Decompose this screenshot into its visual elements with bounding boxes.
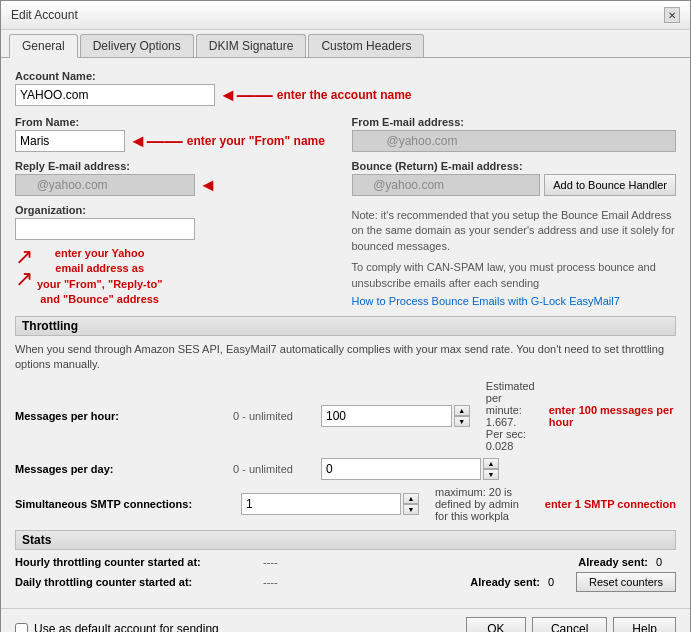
arrow-icon-3: ◄ (199, 175, 217, 196)
messages-per-hour-down[interactable]: ▼ (454, 416, 470, 427)
daily-label: Daily throttling counter started at: (15, 576, 255, 588)
arrow-icon-5: ↗ (15, 246, 33, 268)
messages-per-hour-info: Estimated per minute: 1.667. Per sec: 0.… (486, 380, 535, 452)
arrow-icon-6: ↗ (15, 268, 33, 290)
tab-delivery-options[interactable]: Delivery Options (80, 34, 194, 57)
notes-section: Note: it's recommended that you setup th… (352, 204, 677, 308)
reply-email-label: Reply E-mail address: (15, 160, 340, 172)
daily-stats-left: Daily throttling counter started at: ---… (15, 576, 313, 588)
account-name-row: ◄—— enter the account name (15, 84, 676, 106)
hourly-stats-right: Already sent: 0 (578, 556, 676, 568)
account-name-section: Account Name: ◄—— enter the account name (15, 70, 676, 106)
messages-per-day-input[interactable] (321, 458, 481, 480)
organization-input[interactable] (15, 218, 195, 240)
reply-email-input[interactable] (15, 174, 195, 196)
bounce-email-section: Bounce (Return) E-mail address: Add to B… (352, 160, 677, 196)
default-account-checkbox[interactable] (15, 623, 28, 632)
add-to-bounce-handler-button[interactable]: Add to Bounce Handler (544, 174, 676, 196)
main-content: Account Name: ◄—— enter the account name… (1, 58, 690, 608)
messages-per-hour-spinner: ▲ ▼ (321, 405, 470, 427)
smtp-connections-row: Simultaneous SMTP connections: ▲ ▼ maxim… (15, 486, 676, 522)
messages-per-hour-label: Messages per hour: (15, 410, 225, 422)
spam-note: To comply with CAN-SPAM law, you must pr… (352, 260, 677, 291)
footer-right: OK Cancel Help (466, 617, 676, 632)
bounce-email-row: Add to Bounce Handler (352, 174, 677, 196)
edit-account-window: Edit Account ✕ General Delivery Options … (0, 0, 691, 632)
from-name-row: ◄—— enter your "From" name (15, 130, 340, 152)
messages-per-hour-annotation: enter 100 messages per hour (549, 404, 676, 428)
footer-left: Use as default account for sending (15, 622, 219, 632)
throttling-section-header: Throttling (15, 316, 676, 336)
from-name-label: From Name: (15, 116, 340, 128)
organization-label: Organization: (15, 204, 340, 216)
hourly-stats-left: Hourly throttling counter started at: --… (15, 556, 313, 568)
arrow-icon-2: ◄—— (129, 131, 183, 152)
messages-per-day-row: Messages per day: 0 - unlimited ▲ ▼ (15, 458, 676, 480)
daily-stats-right: Already sent: 0 Reset counters (470, 572, 676, 592)
from-email-input[interactable] (352, 130, 677, 152)
account-name-input[interactable] (15, 84, 215, 106)
daily-sent-label: Already sent: (470, 576, 540, 588)
hourly-stats-row: Hourly throttling counter started at: --… (15, 556, 676, 568)
tab-dkim-signature[interactable]: DKIM Signature (196, 34, 307, 57)
smtp-input[interactable] (241, 493, 401, 515)
reset-counters-button[interactable]: Reset counters (576, 572, 676, 592)
messages-per-day-range: 0 - unlimited (233, 463, 313, 475)
smtp-spinner-buttons: ▲ ▼ (403, 493, 419, 515)
daily-value: ---- (263, 576, 313, 588)
messages-per-day-spinner: ▲ ▼ (321, 458, 499, 480)
reply-bounce-row: Reply E-mail address: ◄ Bounce (Return) … (15, 160, 676, 196)
bounce-note: Note: it's recommended that you setup th… (352, 208, 677, 254)
reply-email-section: Reply E-mail address: ◄ (15, 160, 340, 196)
ok-button[interactable]: OK (466, 617, 526, 632)
messages-per-day-up[interactable]: ▲ (483, 458, 499, 469)
messages-per-day-down[interactable]: ▼ (483, 469, 499, 480)
messages-per-hour-spinner-buttons: ▲ ▼ (454, 405, 470, 427)
messages-per-hour-input[interactable] (321, 405, 452, 427)
from-name-section: From Name: ◄—— enter your "From" name (15, 116, 340, 152)
messages-per-day-spinner-buttons: ▲ ▼ (483, 458, 499, 480)
smtp-down[interactable]: ▼ (403, 504, 419, 515)
messages-per-day-label: Messages per day: (15, 463, 225, 475)
cancel-button[interactable]: Cancel (532, 617, 607, 632)
org-notes-row: Organization: ↗ ↗ enter your Yahooemail … (15, 204, 676, 308)
tab-general[interactable]: General (9, 34, 78, 58)
bounce-email-label: Bounce (Return) E-mail address: (352, 160, 677, 172)
account-name-label: Account Name: (15, 70, 676, 82)
bounce-process-link[interactable]: How to Process Bounce Emails with G-Lock… (352, 295, 677, 307)
from-name-input[interactable] (15, 130, 125, 152)
stats-section-header: Stats (15, 530, 676, 550)
hourly-sent-label: Already sent: (578, 556, 648, 568)
messages-per-hour-row: Messages per hour: 0 - unlimited ▲ ▼ Est… (15, 380, 676, 452)
daily-sent-value: 0 (548, 576, 568, 588)
hourly-label: Hourly throttling counter started at: (15, 556, 255, 568)
bounce-email-input[interactable] (352, 174, 541, 196)
hourly-sent-value: 0 (656, 556, 676, 568)
arrow-icon-1: ◄—— (219, 85, 273, 106)
smtp-spinner: ▲ ▼ (241, 493, 419, 515)
from-row: From Name: ◄—— enter your "From" name Fr… (15, 116, 676, 152)
from-name-annotation: enter your "From" name (187, 134, 325, 148)
multiline-annotation: enter your Yahooemail address asyour "Fr… (37, 246, 162, 308)
from-email-label: From E-mail address: (352, 116, 677, 128)
smtp-max-note: maximum: 20 is defined by admin for this… (435, 486, 531, 522)
close-button[interactable]: ✕ (664, 7, 680, 23)
window-title: Edit Account (11, 8, 78, 22)
account-name-annotation: enter the account name (277, 88, 412, 102)
tab-bar: General Delivery Options DKIM Signature … (1, 30, 690, 58)
throttling-note: When you send through Amazon SES API, Ea… (15, 342, 676, 373)
messages-per-hour-range: 0 - unlimited (233, 410, 313, 422)
messages-per-hour-up[interactable]: ▲ (454, 405, 470, 416)
tab-custom-headers[interactable]: Custom Headers (308, 34, 424, 57)
organization-section: Organization: ↗ ↗ enter your Yahooemail … (15, 204, 340, 308)
help-button[interactable]: Help (613, 617, 676, 632)
hourly-value: ---- (263, 556, 313, 568)
default-account-label: Use as default account for sending (34, 622, 219, 632)
daily-stats-row: Daily throttling counter started at: ---… (15, 572, 676, 592)
footer: Use as default account for sending OK Ca… (1, 608, 690, 632)
title-bar: Edit Account ✕ (1, 1, 690, 30)
smtp-up[interactable]: ▲ (403, 493, 419, 504)
smtp-annotation: enter 1 SMTP connection (545, 498, 676, 510)
from-email-section: From E-mail address: (352, 116, 677, 152)
smtp-connections-label: Simultaneous SMTP connections: (15, 498, 225, 510)
